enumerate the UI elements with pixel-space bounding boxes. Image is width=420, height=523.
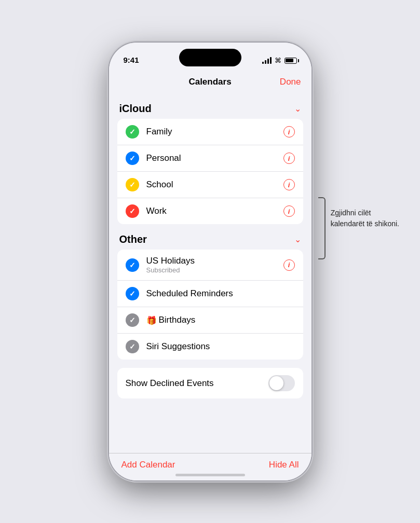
list-item[interactable]: ✓ Work i	[117, 198, 303, 224]
reminders-check-dot: ✓	[126, 287, 139, 300]
icloud-section-header: iCloud ⌄	[109, 93, 311, 119]
show-declined-toggle[interactable]	[268, 375, 295, 391]
list-item[interactable]: ✓ US Holidays Subscribed i	[117, 250, 303, 281]
list-item[interactable]: ✓ School i	[117, 172, 303, 198]
list-item[interactable]: ✓ Siri Suggestions	[117, 334, 303, 360]
battery-icon	[284, 58, 297, 64]
hide-all-button[interactable]: Hide All	[269, 460, 299, 470]
list-item[interactable]: ✓ 🎁 Birthdays	[117, 307, 303, 334]
scroll-area[interactable]: iCloud ⌄ ✓ Family i	[109, 93, 311, 448]
siri-check-dot: ✓	[126, 340, 139, 353]
list-item[interactable]: ✓ Personal i	[117, 145, 303, 172]
icloud-chevron-icon[interactable]: ⌄	[294, 104, 301, 114]
signal-bars-icon	[262, 57, 272, 64]
school-check-dot: ✓	[126, 178, 139, 191]
annotation-bracket	[318, 197, 326, 259]
personal-check-dot: ✓	[126, 152, 139, 165]
content-area: Calendars Done iCloud ⌄ ✓	[109, 68, 311, 480]
other-chevron-icon[interactable]: ⌄	[294, 235, 301, 244]
scene: 9:41 ⌘ Calendars Done	[0, 0, 420, 523]
header: Calendars Done	[109, 68, 311, 93]
birthdays-label: Birthdays	[159, 315, 196, 325]
annotation-text: Zgjidhni cilëtkalendarët të shikoni.	[331, 192, 399, 229]
status-icons: ⌘	[262, 57, 297, 64]
annotation: Zgjidhni cilëtkalendarët të shikoni.	[318, 192, 399, 259]
birthdays-check-dot: ✓	[126, 313, 139, 327]
list-item[interactable]: ✓ Scheduled Reminders	[117, 281, 303, 307]
dynamic-island	[179, 49, 241, 66]
work-label: Work	[146, 206, 167, 216]
siri-label: Siri Suggestions	[146, 341, 210, 351]
icloud-title: iCloud	[119, 103, 152, 115]
work-info-icon[interactable]: i	[283, 205, 295, 217]
list-item[interactable]: ✓ Family i	[117, 119, 303, 145]
other-section-header: Other ⌄	[109, 224, 311, 250]
us-holidays-label: US Holidays	[146, 256, 283, 266]
battery-fill	[286, 59, 293, 62]
family-label: Family	[146, 127, 172, 136]
toggle-knob	[269, 376, 283, 390]
reminders-label: Scheduled Reminders	[146, 288, 233, 298]
work-check-dot: ✓	[126, 204, 139, 218]
show-declined-label: Show Declined Events	[126, 378, 214, 389]
gift-icon: 🎁	[146, 315, 157, 325]
phone-frame: 9:41 ⌘ Calendars Done	[109, 43, 311, 480]
header-title: Calendars	[188, 77, 231, 87]
bottom-bar: Add Calendar Hide All	[109, 453, 311, 480]
wifi-icon: ⌘	[275, 57, 281, 64]
icloud-list: ✓ Family i ✓ Personal	[117, 119, 303, 224]
school-info-icon[interactable]: i	[283, 179, 295, 190]
home-indicator	[175, 474, 245, 476]
personal-label: Personal	[146, 153, 181, 163]
done-button[interactable]: Done	[280, 77, 301, 87]
school-label: School	[146, 180, 173, 189]
us-holidays-check-dot: ✓	[126, 258, 139, 272]
show-declined-card: Show Declined Events	[117, 368, 303, 398]
add-calendar-button[interactable]: Add Calendar	[121, 460, 175, 470]
status-time: 9:41	[124, 56, 139, 64]
other-list: ✓ US Holidays Subscribed i ✓	[117, 250, 303, 360]
us-holidays-sublabel: Subscribed	[146, 266, 283, 274]
other-title: Other	[119, 233, 147, 245]
personal-info-icon[interactable]: i	[283, 153, 295, 164]
us-holidays-info-icon[interactable]: i	[283, 259, 295, 271]
family-check-dot: ✓	[126, 125, 139, 139]
family-info-icon[interactable]: i	[283, 126, 295, 137]
